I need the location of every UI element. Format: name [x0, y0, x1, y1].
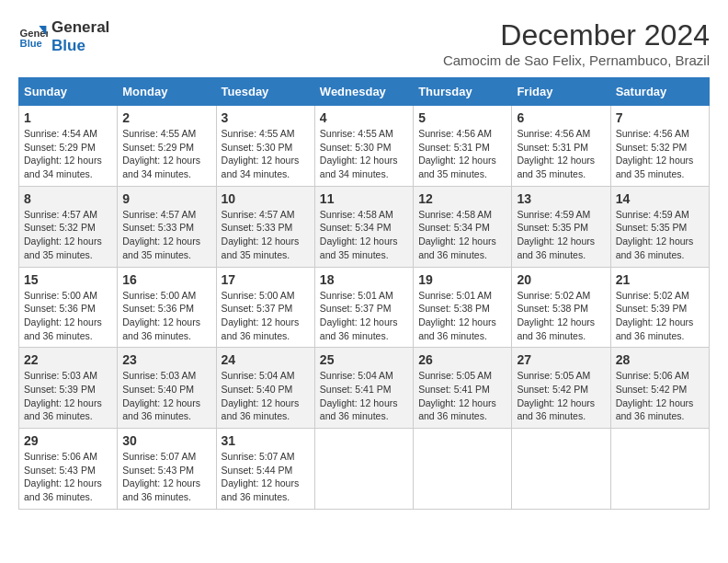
calendar-cell: 25 Sunrise: 5:04 AMSunset: 5:41 PMDaylig… [314, 348, 413, 429]
calendar-cell: 7 Sunrise: 4:56 AMSunset: 5:32 PMDayligh… [610, 106, 709, 187]
day-number: 3 [222, 110, 310, 125]
column-header-thursday: Thursday [414, 78, 512, 106]
calendar-cell: 29 Sunrise: 5:06 AMSunset: 5:43 PMDaylig… [19, 429, 118, 510]
day-number: 29 [24, 433, 112, 448]
day-number: 8 [24, 191, 112, 206]
calendar-week-5: 29 Sunrise: 5:06 AMSunset: 5:43 PMDaylig… [19, 429, 710, 510]
calendar-cell: 28 Sunrise: 5:06 AMSunset: 5:42 PMDaylig… [610, 348, 709, 429]
calendar-cell: 9 Sunrise: 4:57 AMSunset: 5:33 PMDayligh… [118, 186, 216, 267]
calendar-week-2: 8 Sunrise: 4:57 AMSunset: 5:32 PMDayligh… [19, 186, 710, 267]
day-number: 9 [122, 191, 210, 206]
day-number: 5 [418, 110, 506, 125]
day-number: 1 [24, 110, 112, 125]
day-number: 23 [122, 352, 210, 367]
column-header-tuesday: Tuesday [216, 78, 314, 106]
day-number: 14 [616, 191, 704, 206]
day-number: 10 [222, 191, 310, 206]
day-info: Sunrise: 4:57 AMSunset: 5:33 PMDaylight:… [222, 208, 310, 262]
day-number: 24 [222, 352, 310, 367]
day-info: Sunrise: 4:59 AMSunset: 5:35 PMDaylight:… [616, 208, 704, 262]
calendar-cell: 24 Sunrise: 5:04 AMSunset: 5:40 PMDaylig… [216, 348, 314, 429]
logo-general: General [51, 18, 109, 37]
day-info: Sunrise: 5:00 AMSunset: 5:37 PMDaylight:… [222, 289, 310, 343]
day-info: Sunrise: 5:01 AMSunset: 5:38 PMDaylight:… [418, 289, 506, 343]
calendar-cell: 3 Sunrise: 4:55 AMSunset: 5:30 PMDayligh… [216, 106, 314, 187]
day-number: 17 [222, 272, 310, 287]
calendar-cell: 4 Sunrise: 4:55 AMSunset: 5:30 PMDayligh… [314, 106, 413, 187]
day-number: 21 [616, 272, 704, 287]
calendar-cell: 17 Sunrise: 5:00 AMSunset: 5:37 PMDaylig… [216, 267, 314, 348]
day-number: 22 [24, 352, 112, 367]
day-number: 16 [122, 272, 210, 287]
day-number: 15 [24, 272, 112, 287]
day-number: 28 [616, 352, 704, 367]
calendar-cell [512, 429, 610, 510]
page-header: General Blue General Blue December 2024 … [18, 18, 710, 68]
day-info: Sunrise: 4:56 AMSunset: 5:31 PMDaylight:… [517, 127, 605, 181]
calendar-week-3: 15 Sunrise: 5:00 AMSunset: 5:36 PMDaylig… [19, 267, 710, 348]
day-info: Sunrise: 5:02 AMSunset: 5:38 PMDaylight:… [517, 289, 605, 343]
calendar-cell [414, 429, 512, 510]
day-info: Sunrise: 4:55 AMSunset: 5:29 PMDaylight:… [122, 127, 210, 181]
calendar-cell: 23 Sunrise: 5:03 AMSunset: 5:40 PMDaylig… [118, 348, 216, 429]
title-area: December 2024 Camocim de Sao Felix, Pern… [443, 18, 710, 68]
calendar-cell: 12 Sunrise: 4:58 AMSunset: 5:34 PMDaylig… [414, 186, 512, 267]
logo: General Blue General Blue [18, 18, 109, 56]
day-number: 25 [320, 352, 408, 367]
calendar-cell: 16 Sunrise: 5:00 AMSunset: 5:36 PMDaylig… [118, 267, 216, 348]
calendar-week-1: 1 Sunrise: 4:54 AMSunset: 5:29 PMDayligh… [19, 106, 710, 187]
calendar-cell: 14 Sunrise: 4:59 AMSunset: 5:35 PMDaylig… [610, 186, 709, 267]
day-info: Sunrise: 5:05 AMSunset: 5:41 PMDaylight:… [418, 369, 506, 423]
day-info: Sunrise: 5:02 AMSunset: 5:39 PMDaylight:… [616, 289, 704, 343]
calendar-cell: 6 Sunrise: 4:56 AMSunset: 5:31 PMDayligh… [512, 106, 610, 187]
day-info: Sunrise: 5:00 AMSunset: 5:36 PMDaylight:… [122, 289, 210, 343]
day-number: 13 [517, 191, 605, 206]
day-number: 20 [517, 272, 605, 287]
calendar-cell: 20 Sunrise: 5:02 AMSunset: 5:38 PMDaylig… [512, 267, 610, 348]
day-info: Sunrise: 5:06 AMSunset: 5:42 PMDaylight:… [616, 369, 704, 423]
calendar-cell: 19 Sunrise: 5:01 AMSunset: 5:38 PMDaylig… [414, 267, 512, 348]
calendar-cell: 15 Sunrise: 5:00 AMSunset: 5:36 PMDaylig… [19, 267, 118, 348]
day-info: Sunrise: 4:57 AMSunset: 5:32 PMDaylight:… [24, 208, 112, 262]
day-info: Sunrise: 5:01 AMSunset: 5:37 PMDaylight:… [320, 289, 408, 343]
calendar-cell: 26 Sunrise: 5:05 AMSunset: 5:41 PMDaylig… [414, 348, 512, 429]
calendar-cell: 13 Sunrise: 4:59 AMSunset: 5:35 PMDaylig… [512, 186, 610, 267]
calendar-cell [610, 429, 709, 510]
calendar-cell: 2 Sunrise: 4:55 AMSunset: 5:29 PMDayligh… [118, 106, 216, 187]
day-info: Sunrise: 5:07 AMSunset: 5:43 PMDaylight:… [122, 450, 210, 504]
day-number: 31 [222, 433, 310, 448]
day-number: 6 [517, 110, 605, 125]
calendar-cell: 8 Sunrise: 4:57 AMSunset: 5:32 PMDayligh… [19, 186, 118, 267]
calendar-cell [314, 429, 413, 510]
column-header-monday: Monday [118, 78, 216, 106]
calendar-cell: 30 Sunrise: 5:07 AMSunset: 5:43 PMDaylig… [118, 429, 216, 510]
column-header-wednesday: Wednesday [314, 78, 413, 106]
day-number: 7 [616, 110, 704, 125]
day-info: Sunrise: 4:57 AMSunset: 5:33 PMDaylight:… [122, 208, 210, 262]
day-number: 12 [418, 191, 506, 206]
day-info: Sunrise: 5:03 AMSunset: 5:40 PMDaylight:… [122, 369, 210, 423]
day-info: Sunrise: 4:58 AMSunset: 5:34 PMDaylight:… [320, 208, 408, 262]
day-number: 18 [320, 272, 408, 287]
day-info: Sunrise: 4:59 AMSunset: 5:35 PMDaylight:… [517, 208, 605, 262]
calendar-cell: 11 Sunrise: 4:58 AMSunset: 5:34 PMDaylig… [314, 186, 413, 267]
calendar-cell: 10 Sunrise: 4:57 AMSunset: 5:33 PMDaylig… [216, 186, 314, 267]
calendar-cell: 18 Sunrise: 5:01 AMSunset: 5:37 PMDaylig… [314, 267, 413, 348]
calendar-cell: 1 Sunrise: 4:54 AMSunset: 5:29 PMDayligh… [19, 106, 118, 187]
day-info: Sunrise: 5:03 AMSunset: 5:39 PMDaylight:… [24, 369, 112, 423]
month-title: December 2024 [443, 18, 710, 52]
day-number: 19 [418, 272, 506, 287]
column-header-friday: Friday [512, 78, 610, 106]
location-subtitle: Camocim de Sao Felix, Pernambuco, Brazil [443, 52, 710, 68]
day-info: Sunrise: 5:06 AMSunset: 5:43 PMDaylight:… [24, 450, 112, 504]
day-info: Sunrise: 5:04 AMSunset: 5:40 PMDaylight:… [222, 369, 310, 423]
day-info: Sunrise: 4:56 AMSunset: 5:32 PMDaylight:… [616, 127, 704, 181]
calendar-cell: 21 Sunrise: 5:02 AMSunset: 5:39 PMDaylig… [610, 267, 709, 348]
day-number: 27 [517, 352, 605, 367]
calendar-week-4: 22 Sunrise: 5:03 AMSunset: 5:39 PMDaylig… [19, 348, 710, 429]
day-info: Sunrise: 4:56 AMSunset: 5:31 PMDaylight:… [418, 127, 506, 181]
svg-text:Blue: Blue [20, 39, 42, 50]
calendar-table: SundayMondayTuesdayWednesdayThursdayFrid… [18, 77, 710, 510]
day-number: 11 [320, 191, 408, 206]
day-info: Sunrise: 4:54 AMSunset: 5:29 PMDaylight:… [24, 127, 112, 181]
